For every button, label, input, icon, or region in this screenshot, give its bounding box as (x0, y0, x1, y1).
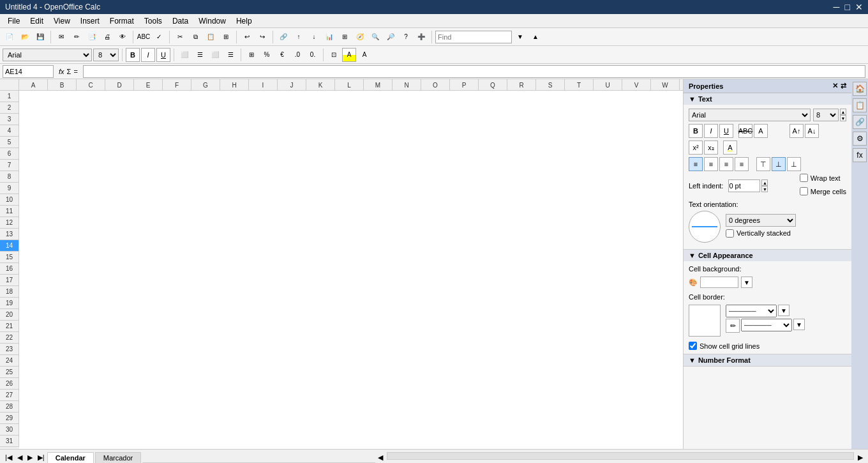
new-button[interactable]: 📄 (3, 30, 17, 44)
row-2[interactable]: 2 (0, 102, 19, 114)
merge-cells-checkbox[interactable] (800, 187, 808, 195)
menu-window[interactable]: Window (193, 15, 231, 27)
paste-special-button[interactable]: ⊞ (219, 30, 233, 44)
col-Q[interactable]: Q (479, 79, 507, 91)
border-color-select[interactable]: ────── (741, 319, 792, 331)
bold-toolbar-button[interactable]: B (126, 48, 140, 62)
underline-toolbar-button[interactable]: U (156, 48, 170, 62)
sheet-nav-first[interactable]: |◀ (3, 452, 15, 463)
copy-button[interactable]: ⧉ (188, 30, 202, 44)
wrap-text-checkbox[interactable] (800, 174, 808, 182)
border-style-select[interactable]: ────── (726, 305, 777, 317)
col-U[interactable]: U (594, 79, 622, 91)
bg-color-dropdown-button[interactable]: ▼ (741, 277, 752, 288)
row-4[interactable]: 4 (0, 125, 19, 137)
row-19[interactable]: 19 (0, 298, 19, 309)
col-P[interactable]: P (450, 79, 479, 91)
row-6[interactable]: 6 (0, 148, 19, 160)
ext-button[interactable]: ➕ (414, 30, 428, 44)
redo-button[interactable]: ↪ (255, 30, 269, 44)
row-29[interactable]: 29 (0, 413, 19, 424)
autocomplete-button[interactable]: ✓ (152, 30, 166, 44)
menu-format[interactable]: Format (105, 15, 139, 27)
props-close-button[interactable]: ✕ (832, 82, 838, 90)
open-button[interactable]: 📂 (18, 30, 32, 44)
maximize-button[interactable]: □ (845, 2, 850, 12)
hyperlink-button[interactable]: 🔗 (276, 30, 290, 44)
row-8[interactable]: 8 (0, 171, 19, 183)
row-18[interactable]: 18 (0, 286, 19, 298)
orientation-select[interactable]: 0 degrees (726, 214, 796, 227)
close-button[interactable]: ✕ (855, 2, 863, 12)
col-S[interactable]: S (536, 79, 565, 91)
horizontal-scroll-left[interactable]: ◀ (375, 452, 385, 463)
undo-button[interactable]: ↩ (240, 30, 254, 44)
col-R[interactable]: R (507, 79, 536, 91)
merge-cells-button[interactable]: ⊞ (244, 48, 258, 62)
italic-button[interactable]: I (704, 124, 718, 138)
row-7[interactable]: 7 (0, 160, 19, 171)
bg-color-button[interactable]: A (342, 48, 356, 62)
format-percent-button[interactable]: % (260, 48, 274, 62)
formula-icon-equals[interactable]: = (73, 68, 77, 75)
row-27[interactable]: 27 (0, 390, 19, 401)
menu-help[interactable]: Help (231, 15, 257, 27)
show-grid-checkbox[interactable] (689, 342, 697, 350)
col-B[interactable]: B (48, 79, 77, 91)
preview-button[interactable]: 👁 (116, 30, 130, 44)
row-11[interactable]: 11 (0, 206, 19, 217)
font-size-up[interactable]: ▲ (840, 109, 846, 115)
col-N[interactable]: N (393, 79, 421, 91)
email-button[interactable]: ✉ (54, 30, 68, 44)
sheet-tab-calendar[interactable]: Calendar (47, 452, 94, 463)
row-31[interactable]: 31 (0, 436, 19, 447)
border-edit-button[interactable]: ✏ (726, 319, 740, 333)
align-center-button[interactable]: ≡ (704, 157, 718, 171)
font-color-button[interactable]: A (357, 48, 371, 62)
col-C[interactable]: C (77, 79, 105, 91)
sheet-nav-last[interactable]: ▶| (35, 452, 47, 463)
find-input[interactable] (435, 31, 512, 43)
row-12[interactable]: 12 (0, 217, 19, 229)
valign-bot-button[interactable]: ⊥ (787, 157, 801, 171)
format-decrease-dec-button[interactable]: 0. (306, 48, 320, 62)
align-left-toolbar-button[interactable]: ⬜ (177, 48, 191, 62)
font-size-select[interactable]: 8 (93, 49, 119, 61)
row-26[interactable]: 26 (0, 378, 19, 390)
borders-button[interactable]: ⊡ (327, 48, 341, 62)
row-30[interactable]: 30 (0, 424, 19, 436)
font-size-down[interactable]: ▼ (840, 115, 846, 121)
col-K[interactable]: K (306, 79, 335, 91)
save-button[interactable]: 💾 (33, 30, 47, 44)
paste-button[interactable]: 📋 (204, 30, 218, 44)
shadow-text-button[interactable]: A (754, 124, 768, 138)
bold-button[interactable]: B (689, 124, 703, 138)
indent-up[interactable]: ▲ (761, 179, 768, 186)
small-text-button[interactable]: A↓ (805, 124, 819, 138)
align-right-toolbar-button[interactable]: ⬜ (208, 48, 222, 62)
italic-toolbar-button[interactable]: I (141, 48, 155, 62)
sheet-nav-prev[interactable]: ◀ (15, 452, 25, 463)
spellcheck-button[interactable]: ABC (137, 30, 151, 44)
menu-view[interactable]: View (49, 15, 75, 27)
sheet-nav-next[interactable]: ▶ (25, 452, 35, 463)
cell-reference-input[interactable] (3, 65, 54, 78)
row-20[interactable]: 20 (0, 309, 19, 321)
subscript-button[interactable]: x₂ (704, 140, 718, 155)
col-H[interactable]: H (220, 79, 249, 91)
col-I[interactable]: I (249, 79, 278, 91)
formula-input[interactable] (83, 65, 865, 78)
horizontal-scroll-right[interactable]: ▶ (855, 452, 865, 463)
align-left-button[interactable]: ≡ (689, 157, 703, 171)
menu-edit[interactable]: Edit (25, 15, 49, 27)
row-14[interactable]: 14 (0, 240, 19, 252)
cell-appearance-section-header[interactable]: ▼ Cell Appearance (684, 250, 851, 261)
find-button[interactable]: 🔍 (368, 30, 382, 44)
indent-down[interactable]: ▼ (761, 186, 768, 192)
edit-mode-button[interactable]: ✏ (70, 30, 84, 44)
navigator-button[interactable]: 🧭 (353, 30, 367, 44)
format-increase-dec-button[interactable]: .0 (290, 48, 304, 62)
col-J[interactable]: J (278, 79, 306, 91)
underline-button[interactable]: U (719, 124, 733, 138)
indent-input[interactable] (728, 179, 760, 192)
